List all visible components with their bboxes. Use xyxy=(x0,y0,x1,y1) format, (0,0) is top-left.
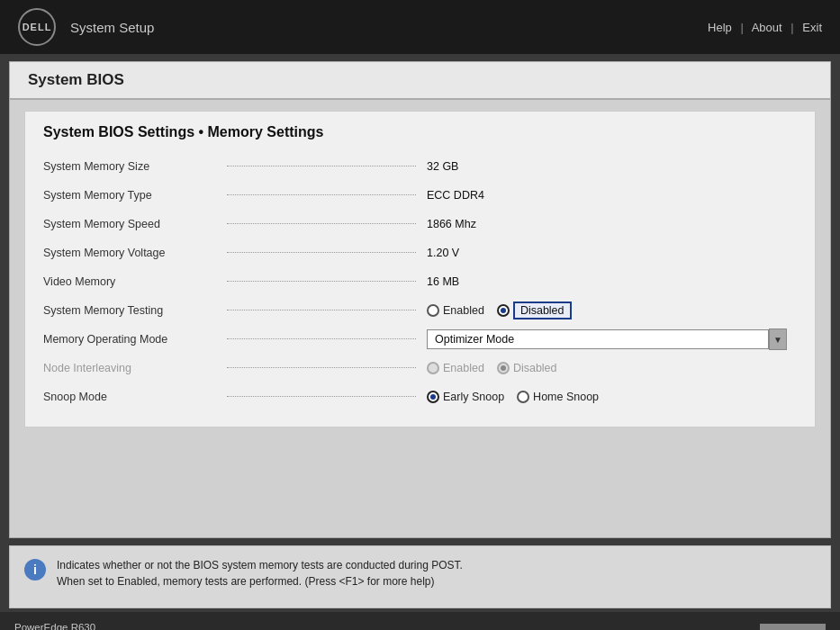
radio-circle-ni-disabled xyxy=(497,362,510,374)
radio-group-memory-testing: Enabled Disabled xyxy=(427,302,572,320)
row-memory-operating-mode: Memory Operating Mode Optimizer Mode ▼ xyxy=(43,328,797,351)
info-line1: Indicates whether or not the BIOS system… xyxy=(57,557,463,573)
header-nav: Help | About | Exit xyxy=(708,21,822,34)
dots-7 xyxy=(227,338,416,339)
radio-label-ni-enabled: Enabled xyxy=(443,362,484,374)
radio-early-snoop[interactable]: Early Snoop xyxy=(427,391,504,403)
radio-disabled-memory-testing[interactable]: Disabled xyxy=(497,302,572,320)
row-system-memory-voltage: System Memory Voltage 1.20 V xyxy=(43,241,797,265)
header-left: DELL System Setup xyxy=(18,8,154,46)
radio-home-snoop[interactable]: Home Snoop xyxy=(517,391,599,403)
radio-disabled-node-interleaving[interactable]: Disabled xyxy=(497,362,557,374)
help-link[interactable]: Help xyxy=(708,21,732,34)
value-snoop-mode: Early Snoop Home Snoop xyxy=(427,391,599,403)
dots-8 xyxy=(227,367,416,368)
row-node-interleaving: Node Interleaving Enabled Disabled xyxy=(43,356,797,380)
dots-4 xyxy=(227,252,416,253)
label-system-memory-size: System Memory Size xyxy=(43,160,223,173)
nav-separator-2: | xyxy=(790,21,793,34)
radio-label-enabled: Enabled xyxy=(443,304,484,317)
row-system-memory-type: System Memory Type ECC DDR4 xyxy=(43,184,797,207)
radio-label-early-snoop: Early Snoop xyxy=(443,391,504,403)
radio-group-snoop-mode: Early Snoop Home Snoop xyxy=(427,391,599,403)
radio-label-disabled: Disabled xyxy=(513,302,572,320)
header-title: System Setup xyxy=(70,20,154,35)
bios-title: System BIOS xyxy=(28,71,812,89)
radio-enabled-node-interleaving[interactable]: Enabled xyxy=(427,362,484,374)
radio-circle-early-snoop xyxy=(427,391,439,403)
nav-separator-1: | xyxy=(740,21,743,34)
radio-label-home-snoop: Home Snoop xyxy=(533,391,599,403)
value-system-memory-testing: Enabled Disabled xyxy=(427,302,572,320)
dropdown-arrow-icon[interactable]: ▼ xyxy=(769,328,787,350)
row-system-memory-speed: System Memory Speed 1866 Mhz xyxy=(43,212,797,236)
footer: PowerEdge R630 Service Tag : JXMVX12 Bac… xyxy=(0,612,840,630)
dropdown-memory-mode[interactable]: Optimizer Mode xyxy=(427,329,769,349)
row-snoop-mode: Snoop Mode Early Snoop Home Snoop xyxy=(43,385,797,409)
radio-circle-home-snoop xyxy=(517,391,529,403)
info-text: Indicates whether or not the BIOS system… xyxy=(57,557,463,590)
info-box: i Indicates whether or not the BIOS syst… xyxy=(9,545,831,608)
value-system-memory-type: ECC DDR4 xyxy=(427,189,484,202)
radio-enabled-memory-testing[interactable]: Enabled xyxy=(427,304,484,317)
value-system-memory-speed: 1866 Mhz xyxy=(427,218,476,230)
back-button[interactable]: Back xyxy=(760,624,826,631)
header: DELL System Setup Help | About | Exit xyxy=(0,0,840,54)
label-video-memory: Video Memory xyxy=(43,275,223,288)
dropdown-wrap-memory-mode: Optimizer Mode ▼ xyxy=(427,328,787,350)
radio-circle-ni-enabled xyxy=(427,362,439,374)
bios-title-bar: System BIOS xyxy=(10,62,830,100)
value-system-memory-size: 32 GB xyxy=(427,160,458,173)
label-system-memory-type: System Memory Type xyxy=(43,189,223,202)
label-memory-operating-mode: Memory Operating Mode xyxy=(43,333,223,346)
radio-label-ni-disabled: Disabled xyxy=(513,362,557,374)
settings-area: System BIOS Settings • Memory Settings S… xyxy=(24,111,816,428)
exit-link[interactable]: Exit xyxy=(802,21,822,34)
label-system-memory-speed: System Memory Speed xyxy=(43,218,223,230)
main-panel: System BIOS System BIOS Settings • Memor… xyxy=(9,61,831,538)
settings-heading: System BIOS Settings • Memory Settings xyxy=(43,124,797,140)
value-video-memory: 16 MB xyxy=(427,275,459,288)
row-system-memory-size: System Memory Size 32 GB xyxy=(43,155,797,178)
radio-group-node-interleaving: Enabled Disabled xyxy=(427,362,557,374)
about-link[interactable]: About xyxy=(752,21,782,34)
dots-2 xyxy=(227,194,416,195)
value-memory-operating-mode: Optimizer Mode ▼ xyxy=(427,328,787,350)
info-icon: i xyxy=(24,559,46,580)
system-model: PowerEdge R630 xyxy=(14,619,123,630)
row-system-memory-testing: System Memory Testing Enabled Disabled xyxy=(43,299,797,322)
value-system-memory-voltage: 1.20 V xyxy=(427,247,459,259)
dots-3 xyxy=(227,223,416,224)
row-video-memory: Video Memory 16 MB xyxy=(43,270,797,293)
dots-5 xyxy=(227,281,416,282)
label-node-interleaving: Node Interleaving xyxy=(43,362,223,374)
footer-info: PowerEdge R630 Service Tag : JXMVX12 xyxy=(14,619,123,630)
info-line2: When set to Enabled, memory tests are pe… xyxy=(57,573,463,590)
dots-9 xyxy=(227,396,416,397)
dell-logo-icon: DELL xyxy=(18,8,56,46)
dots-1 xyxy=(227,166,416,166)
radio-circle-enabled xyxy=(427,304,439,317)
label-system-memory-testing: System Memory Testing xyxy=(43,304,223,317)
label-system-memory-voltage: System Memory Voltage xyxy=(43,247,223,259)
radio-circle-disabled xyxy=(497,304,510,317)
dots-6 xyxy=(227,310,416,310)
value-node-interleaving: Enabled Disabled xyxy=(427,362,557,374)
label-snoop-mode: Snoop Mode xyxy=(43,391,223,403)
